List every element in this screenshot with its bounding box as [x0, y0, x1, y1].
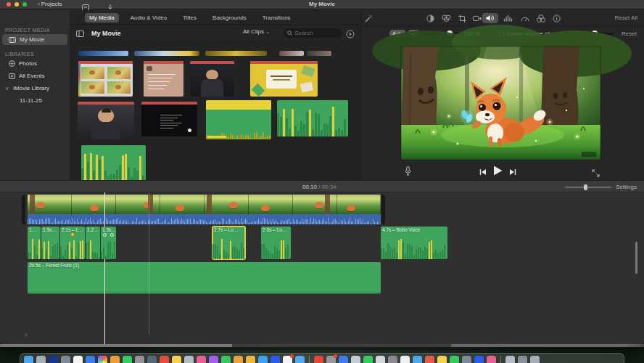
search-box[interactable]	[284, 28, 342, 38]
audio-clip[interactable]: 1.2…	[86, 227, 100, 259]
thumbnail-app-screenshot[interactable]	[78, 61, 133, 97]
dock-app-icon[interactable]	[98, 356, 107, 363]
autoplay-icon[interactable]	[346, 28, 355, 41]
dock-app-icon[interactable]	[283, 356, 292, 363]
color-correction-icon[interactable]	[441, 13, 451, 23]
range-dot-icon[interactable]	[110, 233, 114, 237]
audio-clip[interactable]: 4.7s – Bobo Voice	[381, 227, 447, 259]
volume-icon[interactable]	[482, 13, 498, 23]
sidebar-item-photos[interactable]: Photos	[2, 58, 67, 69]
fullscreen-icon[interactable]	[592, 167, 600, 180]
dock-app-icon[interactable]	[388, 356, 397, 363]
audio-clip[interactable]: 1.5s…	[41, 227, 59, 259]
timeline-zoom-slider[interactable]	[565, 187, 611, 188]
dock-app-icon[interactable]	[271, 356, 280, 363]
clip-filter-popup[interactable]: All Clips ⌄	[243, 28, 270, 35]
thumbnail-webcam-clip[interactable]	[190, 61, 234, 97]
dock-app-icon[interactable]	[221, 356, 231, 363]
reset-all-button[interactable]: Reset All	[614, 15, 637, 21]
video-clip-filmstrip[interactable]	[28, 195, 381, 214]
media-strip-thumbnail[interactable]	[307, 51, 331, 56]
stabilization-icon[interactable]	[472, 13, 482, 23]
dock-app-icon[interactable]	[73, 356, 83, 363]
play-icon[interactable]	[493, 166, 503, 179]
dock-app-icon[interactable]	[184, 356, 194, 363]
playhead[interactable]	[104, 192, 105, 344]
info-icon[interactable]	[551, 13, 561, 23]
clip-trim-handle-right[interactable]	[381, 195, 385, 224]
dock-app-icon[interactable]	[450, 356, 459, 363]
media-strip-thumbnail[interactable]	[279, 51, 304, 56]
audio-clip-selected[interactable]: 2.7s – Lu…	[212, 227, 245, 259]
sidebar-toggle-icon[interactable]	[76, 27, 84, 40]
dock-app-icon[interactable]	[123, 356, 132, 363]
dock-app-icon[interactable]	[49, 356, 58, 363]
media-strip-thumbnail[interactable]	[205, 51, 267, 56]
music-clip[interactable]: 29.5s – Forest Frolic (1)	[28, 262, 381, 294]
audio-clip[interactable]: 2.1s – L…	[60, 227, 85, 259]
video-clip-audio-waveform[interactable]	[28, 214, 381, 224]
chevron-down-icon[interactable]: ∨	[5, 86, 9, 91]
dock-app-icon[interactable]	[172, 356, 181, 363]
dock-app-icon[interactable]	[339, 356, 348, 363]
search-input[interactable]	[294, 30, 338, 36]
speed-icon[interactable]	[520, 13, 530, 23]
reset-button[interactable]: Reset	[622, 30, 637, 37]
thumbnail-webcam-clip-2[interactable]	[78, 102, 134, 139]
sidebar-item-all-events[interactable]: All Events	[2, 70, 67, 81]
thumbnail-document[interactable]	[144, 61, 183, 97]
dock-app-icon[interactable]	[86, 356, 95, 363]
enhance-wand-icon[interactable]	[363, 13, 373, 23]
dock-app-icon[interactable]	[530, 356, 540, 363]
thumbnail-terminal[interactable]	[141, 102, 197, 136]
dock-app-icon[interactable]	[135, 356, 144, 363]
sidebar-item-imovie-library[interactable]: ∨ iMovie Library	[2, 83, 67, 94]
tab-backgrounds[interactable]: Backgrounds	[208, 13, 251, 23]
dock-app-icon[interactable]	[351, 356, 360, 363]
media-strip-thumbnail[interactable]	[134, 51, 199, 56]
range-dot-icon[interactable]	[103, 233, 107, 237]
tab-transitions[interactable]: Transitions	[258, 13, 295, 23]
color-balance-icon[interactable]	[425, 13, 435, 23]
tab-audio-video[interactable]: Audio & Video	[126, 13, 172, 23]
dock-app-icon[interactable]	[197, 356, 206, 363]
dock-app-icon[interactable]	[376, 356, 385, 363]
dock-app-icon[interactable]	[505, 356, 515, 363]
audio-clip[interactable]: 1…	[28, 227, 41, 259]
tab-my-media[interactable]: My Media	[85, 13, 119, 23]
dock-app-icon[interactable]	[518, 356, 527, 363]
dock-app-icon[interactable]	[209, 356, 218, 363]
color-filters-icon[interactable]	[536, 13, 546, 23]
dock-app-icon[interactable]	[437, 356, 447, 363]
sidebar-item-event-date[interactable]: 11-11-25	[2, 95, 67, 106]
thumbnail-green-waveform-2[interactable]	[81, 145, 146, 182]
dock-app-icon[interactable]	[246, 356, 255, 363]
thumbnail-green-clip-yellow-wave[interactable]	[206, 100, 271, 139]
dock-app-icon[interactable]	[160, 356, 169, 363]
mic-icon[interactable]	[405, 166, 411, 179]
dock-app-icon[interactable]	[462, 356, 471, 363]
timeline-settings-button[interactable]: Settings	[616, 184, 637, 190]
tab-titles[interactable]: Titles	[178, 13, 201, 23]
skip-forward-icon[interactable]	[509, 166, 516, 179]
dock-app-icon[interactable]	[24, 356, 33, 363]
crop-icon[interactable]	[457, 13, 467, 23]
audio-clip[interactable]: 2.6s – Lu…	[261, 227, 291, 259]
thumbnail-green-waveform[interactable]	[277, 100, 348, 136]
viewer-preview[interactable]	[401, 46, 600, 160]
dock-app-icon[interactable]	[36, 356, 46, 363]
dock-app-icon[interactable]	[295, 356, 305, 363]
media-strip-thumbnail[interactable]	[78, 51, 128, 56]
dock-app-icon[interactable]	[474, 356, 484, 363]
noise-reduction-icon[interactable]	[503, 13, 513, 23]
dock-app-icon[interactable]	[487, 356, 496, 363]
timeline-scrollbar[interactable]	[635, 242, 637, 274]
dock-app-icon[interactable]	[110, 356, 120, 363]
dock-app-icon[interactable]	[61, 356, 70, 363]
zoom-slider-knob[interactable]	[584, 184, 587, 190]
dock-app-icon[interactable]	[147, 356, 157, 363]
clip-trim-handle-left[interactable]	[22, 195, 25, 224]
audio-clip[interactable]: 1.3s…	[101, 227, 116, 259]
skip-back-icon[interactable]	[479, 166, 487, 179]
dock-app-icon[interactable]	[326, 356, 336, 363]
